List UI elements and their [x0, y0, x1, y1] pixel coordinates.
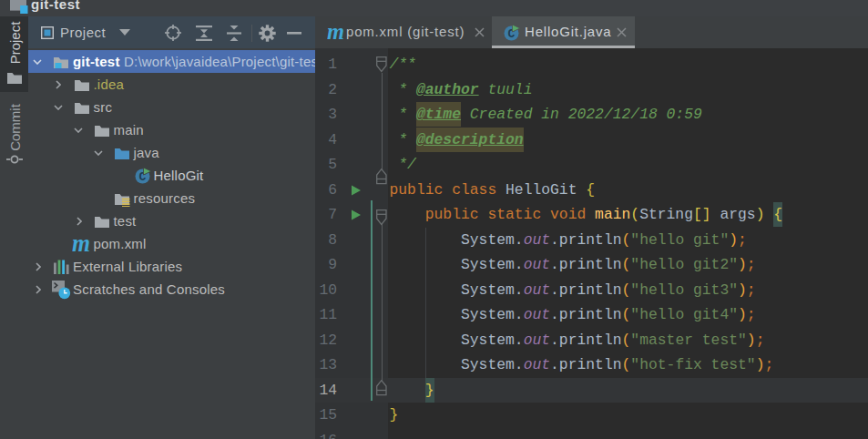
svg-text:m: m	[327, 26, 344, 41]
svg-text:m: m	[72, 237, 90, 253]
